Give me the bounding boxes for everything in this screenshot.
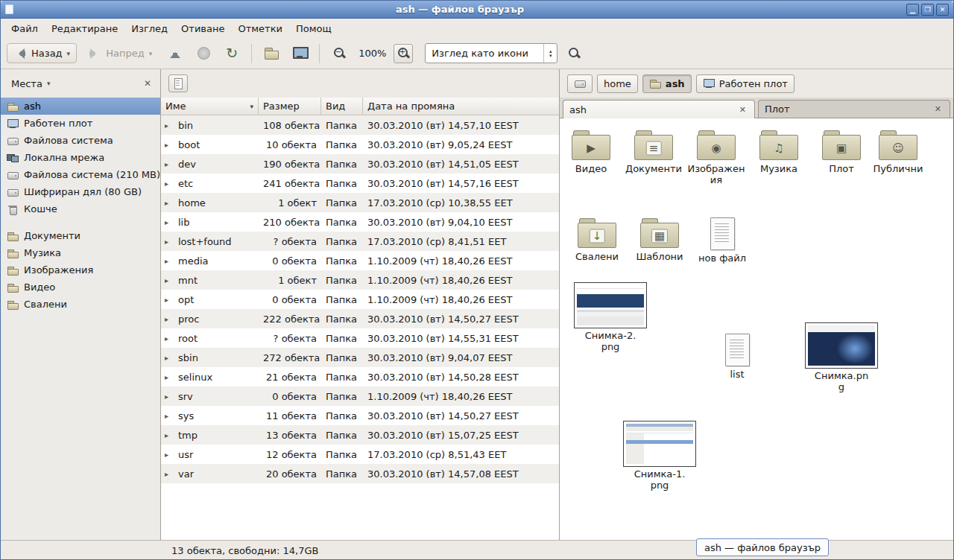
expander-icon[interactable]: ▸: [165, 141, 172, 149]
expander-icon[interactable]: ▸: [165, 199, 172, 207]
zoom-out-button[interactable]: −: [327, 42, 351, 65]
sidebar-item[interactable]: Видео: [1, 279, 160, 296]
breadcrumb-button[interactable]: home: [597, 74, 638, 93]
menu-item[interactable]: Отиване: [175, 20, 230, 37]
column-header-name[interactable]: Име ▾: [161, 98, 259, 115]
sidebar-close-icon[interactable]: ✕: [141, 77, 154, 90]
titlebar[interactable]: ash — файлов браузър ▁ ❒ ✕: [1, 1, 953, 19]
file-row[interactable]: ▸ srv 0 обекта Папка 1.10.2009 (чт) 18,4…: [161, 386, 559, 406]
column-header-date[interactable]: Дата на промяна: [363, 98, 559, 115]
file-row[interactable]: ▸ dev 190 обекта Папка 30.03.2010 (вт) 1…: [161, 154, 559, 174]
file-row[interactable]: ▸ lost+found ? обекта Папка 17.03.2010 (…: [161, 232, 559, 251]
tab-close-icon[interactable]: ✕: [737, 104, 748, 115]
sidebar-item[interactable]: Свалени: [1, 296, 160, 313]
file-row[interactable]: ▸ var 20 обекта Папка 30.03.2010 (вт) 14…: [161, 464, 559, 483]
sidebar-item[interactable]: Файлова система: [1, 132, 160, 149]
computer-button[interactable]: [288, 42, 312, 65]
expander-icon[interactable]: ▸: [165, 121, 172, 130]
file-row[interactable]: ▸ sbin 272 обекта Папка 30.03.2010 (вт) …: [161, 348, 559, 367]
expander-icon[interactable]: ▸: [165, 296, 172, 304]
file-icon-item[interactable]: Свалени: [566, 217, 628, 263]
expander-icon[interactable]: ▸: [165, 470, 172, 478]
breadcrumb-button[interactable]: [567, 74, 593, 93]
menu-item[interactable]: Изглед: [125, 20, 174, 37]
expander-icon[interactable]: ▸: [165, 238, 172, 246]
file-icon-item[interactable]: Плот: [810, 129, 873, 175]
sidebar-item[interactable]: Документи: [1, 227, 160, 244]
sidebar-item[interactable]: Работен плот: [1, 115, 160, 132]
file-row[interactable]: ▸ home 1 обект Папка 17.03.2010 (ср) 10,…: [161, 193, 559, 212]
sidebar-item[interactable]: Локална мрежа: [1, 149, 160, 166]
combo-spin-icon[interactable]: ▴▾: [543, 44, 557, 63]
file-icon-item[interactable]: list: [706, 333, 768, 381]
expander-icon[interactable]: ▸: [165, 218, 172, 226]
sidebar-item[interactable]: Кошче: [1, 200, 160, 217]
file-row[interactable]: ▸ proc 222 обекта Папка 30.03.2010 (вт) …: [161, 309, 559, 328]
reload-button[interactable]: ↻: [220, 42, 244, 65]
location-button[interactable]: [168, 74, 188, 92]
file-row[interactable]: ▸ bin 108 обекта Папка 30.03.2010 (вт) 1…: [161, 115, 559, 135]
file-row[interactable]: ▸ lib 210 обекта Папка 30.03.2010 (вт) 9…: [161, 212, 559, 232]
column-header-type[interactable]: Вид: [321, 98, 363, 115]
file-row[interactable]: ▸ sys 11 обекта Папка 30.03.2010 (вт) 14…: [161, 406, 559, 425]
expander-icon[interactable]: ▸: [165, 392, 172, 401]
menu-item[interactable]: Файл: [5, 20, 44, 37]
file-icon-item[interactable]: Видео: [560, 129, 622, 175]
tab[interactable]: ash ✕: [563, 100, 755, 118]
sidebar-item[interactable]: Музика: [1, 244, 160, 261]
expander-icon[interactable]: ▸: [165, 257, 172, 265]
tab-close-icon[interactable]: ✕: [932, 104, 944, 115]
sidebar-item[interactable]: Шифриран дял (80 GB): [1, 183, 160, 200]
expander-icon[interactable]: ▸: [165, 334, 172, 343]
file-icon-item[interactable]: нов файл: [691, 217, 754, 264]
file-row[interactable]: ▸ opt 0 обекта Папка 1.10.2009 (чт) 18,4…: [161, 290, 559, 309]
file-icon-item[interactable]: Публични: [867, 129, 929, 175]
sidebar-item[interactable]: Файлова система (210 MB): [1, 166, 160, 183]
sidebar-item[interactable]: ash: [1, 98, 160, 115]
back-button[interactable]: Назад ▾: [7, 43, 77, 63]
column-header-size[interactable]: Размер: [259, 98, 321, 115]
file-icon-item[interactable]: Снимка-1.png: [621, 421, 698, 491]
breadcrumb-button[interactable]: Работен плот: [696, 74, 795, 93]
back-history-dropdown-icon[interactable]: ▾: [67, 50, 71, 57]
file-row[interactable]: ▸ root ? обекта Папка 30.03.2010 (вт) 14…: [161, 328, 559, 348]
menu-item[interactable]: Отметки: [232, 20, 288, 37]
file-row[interactable]: ▸ mnt 1 обект Папка 1.10.2009 (чт) 18,40…: [161, 270, 559, 290]
expander-icon[interactable]: ▸: [165, 412, 172, 420]
file-row[interactable]: ▸ media 0 обекта Папка 1.10.2009 (чт) 18…: [161, 251, 559, 270]
expander-icon[interactable]: ▸: [165, 354, 172, 362]
breadcrumb-button[interactable]: ash: [642, 74, 692, 93]
close-button[interactable]: ✕: [936, 4, 949, 16]
zoom-in-button[interactable]: +: [394, 44, 413, 63]
home-button[interactable]: [259, 42, 283, 65]
places-selector[interactable]: Места ▾: [7, 75, 54, 92]
file-row[interactable]: ▸ etc 241 обекта Папка 30.03.2010 (вт) 1…: [161, 174, 559, 193]
expander-icon[interactable]: ▸: [165, 431, 172, 439]
tab[interactable]: Плот ✕: [758, 100, 950, 118]
up-button[interactable]: [163, 42, 187, 65]
stop-button[interactable]: [192, 42, 215, 65]
file-icon-item[interactable]: Изображения: [685, 129, 748, 186]
expander-icon[interactable]: ▸: [165, 179, 172, 188]
file-row[interactable]: ▸ tmp 13 обекта Папка 30.03.2010 (вт) 15…: [161, 425, 559, 445]
expander-icon[interactable]: ▸: [165, 276, 172, 284]
expander-icon[interactable]: ▸: [165, 160, 172, 168]
file-row[interactable]: ▸ usr 12 обекта Папка 17.03.2010 (ср) 8,…: [161, 445, 559, 464]
file-icon-item[interactable]: Снимка-2.png: [572, 282, 649, 353]
zoom-level[interactable]: 100%: [356, 48, 389, 59]
menu-item[interactable]: Редактиране: [45, 20, 124, 37]
search-button[interactable]: [562, 42, 586, 65]
view-mode-select[interactable]: Изглед като икони ▴▾: [425, 43, 557, 63]
expander-icon[interactable]: ▸: [165, 373, 172, 381]
minimize-button[interactable]: ▁: [906, 4, 919, 16]
maximize-button[interactable]: ❒: [921, 4, 934, 16]
expander-icon[interactable]: ▸: [165, 315, 172, 323]
file-icon-item[interactable]: Шаблони: [628, 217, 691, 263]
menu-item[interactable]: Помощ: [290, 20, 338, 37]
file-row[interactable]: ▸ boot 10 обекта Папка 30.03.2010 (вт) 9…: [161, 135, 559, 154]
file-icon-item[interactable]: Музика: [748, 129, 810, 175]
file-icon-item[interactable]: Документи: [622, 129, 685, 175]
expander-icon[interactable]: ▸: [165, 451, 172, 459]
forward-button[interactable]: Напред ▾: [81, 43, 159, 63]
file-icon-item[interactable]: Снимка.png: [803, 322, 880, 393]
